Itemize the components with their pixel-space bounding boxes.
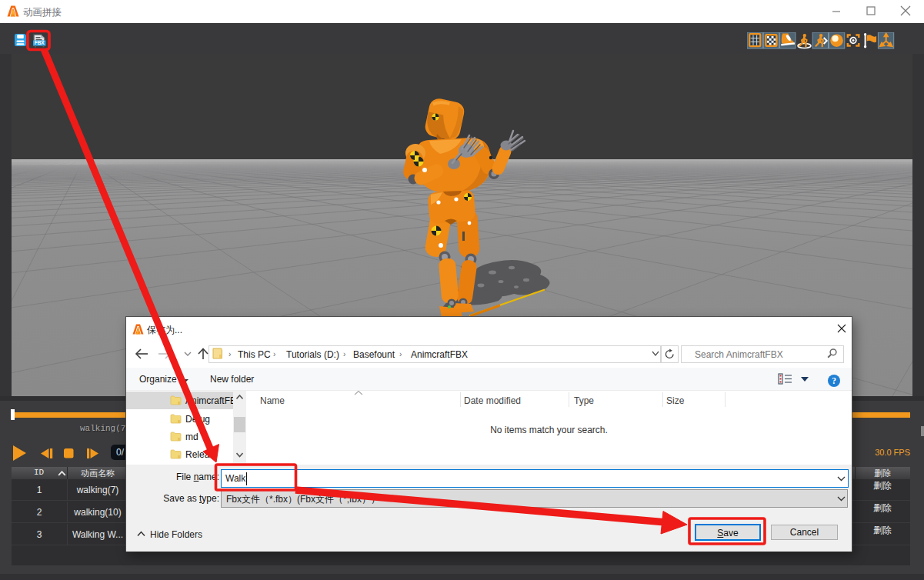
svg-text:?: ?	[832, 376, 836, 385]
svg-text:FBX: FBX	[35, 40, 45, 45]
